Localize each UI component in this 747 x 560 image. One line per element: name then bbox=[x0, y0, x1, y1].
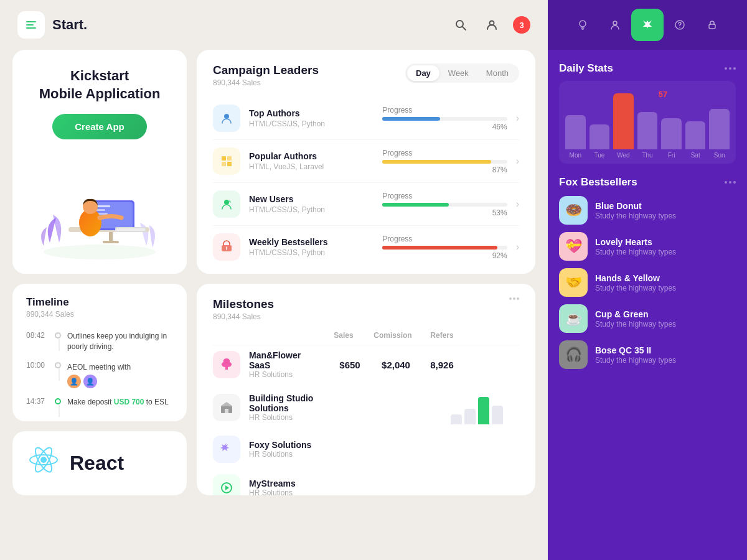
chart-bar bbox=[661, 118, 682, 149]
campaign-title-block: Campaign Leaders 890,344 Sales bbox=[213, 63, 319, 87]
notification-badge[interactable]: 3 bbox=[513, 16, 530, 34]
ms-icon bbox=[213, 436, 240, 463]
tl-avatars: 👤 👤 bbox=[67, 375, 131, 388]
row-name: Weekly Bestsellers bbox=[249, 237, 374, 247]
progress-bar-fill bbox=[382, 160, 491, 164]
ms-stat-sales: $650 bbox=[331, 360, 369, 370]
row-progress: Progress 87% bbox=[382, 149, 507, 174]
row-info: Top Authors HTML/CSS/JS, Python bbox=[249, 108, 374, 128]
milestones-title: Milestones bbox=[213, 297, 274, 311]
chart-bar-item: Wed bbox=[613, 93, 634, 159]
progress-bar-bg bbox=[382, 160, 507, 164]
list-item: Top Authors HTML/CSS/JS, Python Progress… bbox=[213, 97, 519, 140]
daily-stats-menu[interactable] bbox=[725, 67, 736, 70]
milestones-card: Milestones 890,344 Sales Sales Comission… bbox=[197, 284, 535, 495]
row-icon bbox=[213, 147, 240, 175]
daily-stats-chart: 57 Mon Tue Wed Thu Fri Sat Sun bbox=[559, 81, 736, 164]
avatar: 👤 bbox=[83, 375, 97, 388]
sidebar-nav bbox=[548, 0, 747, 50]
list-item: 08:42 Outlines keep you indulging in poo… bbox=[26, 327, 173, 356]
fox-name: Bose QC 35 II bbox=[595, 345, 676, 355]
list-item: MyStreams HR Solutions bbox=[213, 469, 519, 495]
row-arrow[interactable]: › bbox=[516, 113, 519, 124]
fox-info: Hands & Yellow Study the highway types bbox=[595, 273, 676, 292]
row-name: Popular Authors bbox=[249, 151, 374, 161]
svg-rect-36 bbox=[709, 24, 715, 29]
row-tech: HTML/CSS/JS, Python bbox=[249, 119, 374, 128]
list-item: Man&Flower SaaS HR Solutions $650 $2,040… bbox=[213, 345, 519, 384]
ms-sub: HR Solutions bbox=[249, 413, 341, 422]
row-icon bbox=[213, 190, 240, 218]
ms-info: Building Studio Solutions HR Solutions bbox=[249, 393, 341, 422]
chart-bar bbox=[613, 93, 634, 149]
tl-text: Make deposit USD 700 to ESL bbox=[67, 397, 169, 408]
create-app-button[interactable]: Create App bbox=[52, 114, 146, 139]
nav-fox[interactable] bbox=[631, 9, 664, 41]
logo-icon bbox=[17, 11, 45, 39]
progress-pct: 53% bbox=[382, 208, 507, 217]
nav-question[interactable] bbox=[664, 9, 696, 41]
tab-week[interactable]: Week bbox=[439, 65, 477, 81]
fox-name: Hands & Yellow bbox=[595, 273, 676, 283]
daily-stats-header: Daily Stats bbox=[559, 62, 736, 75]
tl-line bbox=[59, 338, 60, 351]
app-title: Start. bbox=[52, 17, 87, 33]
campaign-sales: 890,344 Sales bbox=[213, 78, 319, 87]
tab-month[interactable]: Month bbox=[477, 65, 517, 81]
ms-bar bbox=[451, 414, 462, 425]
fox-name: Lovely Hearts bbox=[595, 237, 676, 247]
nav-bulb[interactable] bbox=[566, 9, 599, 41]
fox-thumbnail: 💝 bbox=[559, 232, 588, 261]
fox-menu[interactable] bbox=[725, 181, 736, 184]
user-icon[interactable] bbox=[482, 15, 502, 35]
ms-mini-chart bbox=[451, 390, 519, 424]
svg-point-21 bbox=[224, 200, 229, 205]
row-arrow[interactable]: › bbox=[516, 198, 519, 210]
ms-icon bbox=[213, 351, 240, 378]
campaign-header: Campaign Leaders 890,344 Sales Day Week … bbox=[213, 63, 519, 87]
highlight-text: USD 700 bbox=[114, 398, 144, 406]
fox-thumbnail: ☕ bbox=[559, 304, 588, 333]
progress-pct: 46% bbox=[382, 123, 507, 131]
kickstart-title: Kickstart Mobile Application bbox=[39, 67, 161, 103]
search-icon[interactable] bbox=[451, 15, 471, 35]
milestones-menu[interactable] bbox=[509, 297, 519, 300]
ms-sub: HR Solutions bbox=[249, 370, 322, 379]
svg-point-35 bbox=[679, 27, 680, 28]
tab-day[interactable]: Day bbox=[407, 65, 439, 81]
nav-person[interactable] bbox=[599, 9, 631, 41]
fox-item: ☕ Cup & Green Study the highway types bbox=[559, 304, 736, 333]
svg-point-3 bbox=[44, 245, 156, 259]
svg-rect-15 bbox=[116, 228, 145, 231]
progress-label: Progress bbox=[382, 192, 507, 200]
ms-bar bbox=[492, 406, 503, 424]
fox-thumbnail: 🍩 bbox=[559, 196, 588, 225]
milestones-header: Milestones 890,344 Sales bbox=[213, 297, 519, 321]
col-sales: Sales bbox=[325, 331, 362, 340]
tl-dot bbox=[55, 398, 61, 404]
chart-day-label: Wed bbox=[617, 152, 629, 159]
tl-text: AEOL meeting with bbox=[67, 363, 131, 371]
chart-bar-item: Thu bbox=[637, 112, 658, 159]
fox-thumbnail: 🤝 bbox=[559, 268, 588, 297]
period-tabs: Day Week Month bbox=[405, 63, 519, 83]
chart-day-label: Sun bbox=[714, 152, 725, 159]
fox-sub: Study the highway types bbox=[595, 248, 676, 256]
nav-lock[interactable] bbox=[696, 9, 728, 41]
row-tech: HTML, VueJS, Laravel bbox=[249, 162, 374, 171]
list-item: Foxy Solutions HR Solutions bbox=[213, 431, 519, 468]
content-grid: Kickstart Mobile Application Create App bbox=[0, 50, 548, 560]
row-arrow[interactable]: › bbox=[516, 241, 519, 253]
fox-item: 🍩 Blue Donut Study the highway types bbox=[559, 196, 736, 225]
chart-day-label: Sat bbox=[691, 152, 700, 159]
fox-name: Blue Donut bbox=[595, 201, 676, 211]
chart-bar-item: Mon bbox=[565, 115, 586, 159]
tl-text: Outlines keep you indulging in poorly dr… bbox=[67, 331, 173, 352]
svg-rect-18 bbox=[227, 156, 232, 161]
row-progress: Progress 46% bbox=[382, 106, 507, 131]
timeline-card: Timeline 890,344 Sales 08:42 Outlines ke… bbox=[12, 284, 187, 421]
campaign-rows: Top Authors HTML/CSS/JS, Python Progress… bbox=[213, 97, 519, 268]
progress-bar-fill bbox=[382, 203, 448, 207]
progress-pct: 92% bbox=[382, 251, 507, 260]
row-arrow[interactable]: › bbox=[516, 156, 519, 167]
